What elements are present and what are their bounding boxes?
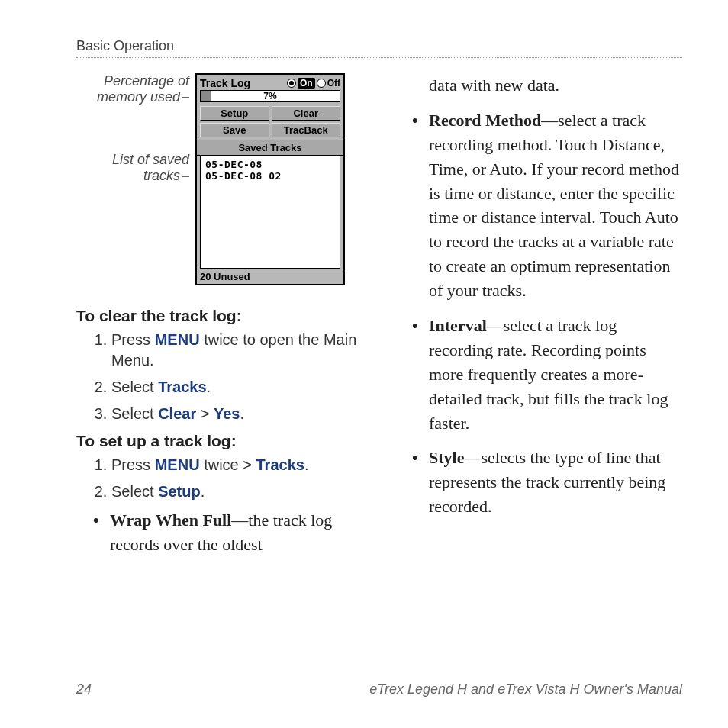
option-record-method: Record Method—select a track recording m… (412, 108, 682, 303)
setup-button[interactable]: Setup (200, 106, 269, 121)
clear-button[interactable]: Clear (272, 106, 341, 121)
heading-setup-track: To set up a track log: (76, 432, 359, 450)
save-button[interactable]: Save (200, 123, 269, 137)
memory-row: 7% (197, 90, 343, 104)
page-footer: 24 eTrex Legend H and eTrex Vista H Owne… (76, 681, 682, 697)
option-wrap: Wrap When Full—the track log records ove… (93, 508, 359, 557)
step: Select Tracks. (111, 377, 359, 398)
radio-off-label: Off (327, 78, 340, 89)
list-item[interactable]: 05-DEC-08 (205, 159, 335, 171)
figure: Percentage of memory used List of saved … (76, 73, 359, 285)
radio-off-icon (317, 79, 326, 88)
option-style: Style—selects the type of line that repr… (412, 446, 682, 519)
saved-tracks-header: Saved Tracks (197, 140, 343, 156)
footer-title: eTrex Legend H and eTrex Vista H Owner's… (369, 681, 682, 697)
device-screen: Track Log On Off 7% Setup (195, 73, 345, 285)
onoff-toggle[interactable]: On Off (287, 78, 340, 89)
divider (76, 57, 682, 58)
steps-setup: Press MENU twice > Tracks. Select Setup. (76, 455, 359, 502)
right-column: data with new data. Record Method—select… (395, 73, 682, 568)
step: Press MENU twice > Tracks. (111, 455, 359, 475)
memory-percent: 7% (201, 91, 340, 101)
status-bar: 20 Unused (197, 269, 343, 284)
radio-on-icon (287, 79, 296, 88)
heading-clear-track: To clear the track log: (76, 307, 359, 325)
left-column: Percentage of memory used List of saved … (76, 73, 359, 568)
radio-on-label: On (298, 78, 315, 89)
steps-clear: Press MENU twice to open the Main Menu. … (76, 330, 359, 424)
tracklog-title: Track Log (200, 77, 250, 89)
option-list-left: Wrap When Full—the track log records ove… (76, 508, 359, 557)
list-item[interactable]: 05-DEC-08 02 (205, 171, 335, 182)
step: Press MENU twice to open the Main Menu. (111, 330, 359, 371)
continuation-text: data with new data. (395, 73, 682, 98)
callout-saved: List of saved tracks (76, 152, 189, 183)
step: Select Clear > Yes. (111, 404, 359, 424)
tracback-button[interactable]: TracBack (272, 123, 341, 137)
device-buttons: Setup Clear Save TracBack (197, 104, 343, 140)
callout-memory: Percentage of memory used (76, 73, 189, 105)
memory-bar: 7% (200, 90, 340, 102)
option-list-right: Record Method—select a track recording m… (395, 108, 682, 519)
page-number: 24 (76, 681, 92, 697)
figure-callouts: Percentage of memory used List of saved … (76, 73, 189, 184)
option-interval: Interval—select a track log recording ra… (412, 314, 682, 435)
device-header: Track Log On Off (197, 75, 343, 90)
step: Select Setup. (111, 482, 359, 502)
section-header: Basic Operation (76, 38, 682, 54)
content-columns: Percentage of memory used List of saved … (76, 73, 682, 568)
saved-tracks-list[interactable]: 05-DEC-08 05-DEC-08 02 (200, 156, 340, 269)
